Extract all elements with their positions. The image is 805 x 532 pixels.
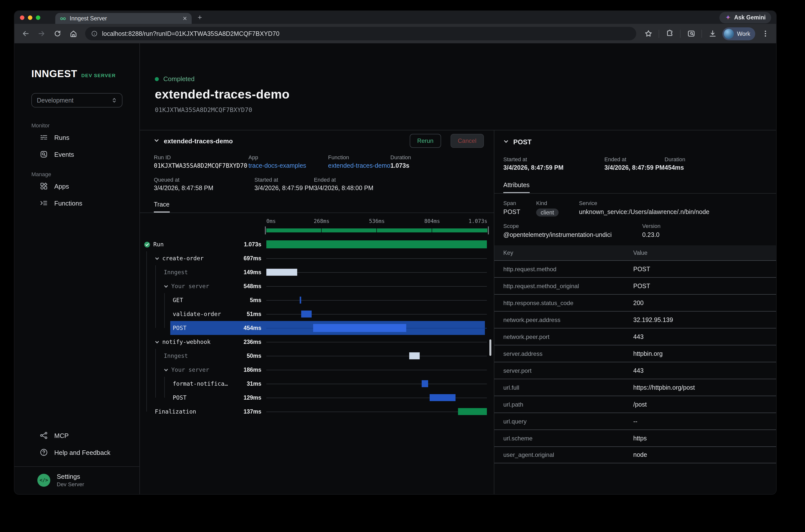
trace-row-icon[interactable] [164, 367, 168, 372]
new-tab-button[interactable]: + [198, 13, 202, 21]
table-row[interactable]: http.response.status_code 200 [494, 294, 776, 311]
sidebar-item[interactable]: Runs [15, 129, 139, 145]
url-text[interactable]: localhost:8288/run?runID=01KJXTWA35SA8D2… [102, 30, 280, 37]
table-row[interactable]: url.query -- [494, 413, 776, 430]
attribute-value: httpbin.org [633, 350, 662, 357]
site-info-icon [91, 30, 98, 37]
sidebar-item[interactable]: MCP [15, 428, 139, 443]
table-row[interactable]: user_agent.original node [494, 446, 776, 463]
back-icon[interactable] [18, 26, 32, 41]
sidebar-item[interactable]: Functions [15, 195, 139, 211]
table-row[interactable]: server.address httpbin.org [494, 345, 776, 362]
attribute-key: network.peer.address [494, 316, 633, 323]
trace-row[interactable]: Run 1.073s [140, 238, 494, 251]
home-icon[interactable] [66, 26, 80, 41]
downloads-icon[interactable] [706, 26, 719, 41]
address-bar[interactable]: localhost:8288/run?runID=01KJXTWA35SA8D2… [85, 27, 636, 40]
span-title: POST [513, 138, 532, 146]
meta-value: extended-traces-demo [328, 162, 390, 169]
page-title: extended-traces-demo [155, 87, 776, 101]
tab-attributes[interactable]: Attributes [503, 182, 530, 193]
table-row[interactable]: http.request.method POST [494, 260, 776, 277]
trace-span-duration: 149ms [243, 269, 266, 275]
tab-close-icon[interactable]: ✕ [183, 16, 187, 21]
trace-span-bar[interactable] [266, 240, 487, 248]
trace-span-bar[interactable] [300, 297, 301, 304]
trace-row-label: format-notifica… 31ms [140, 380, 266, 387]
code-icon: </> [37, 474, 50, 487]
sidebar-item[interactable]: Help and Feedback [15, 444, 139, 460]
trace-row[interactable]: Inngest 149ms [140, 265, 494, 279]
trace-span-bar[interactable] [430, 394, 456, 401]
profile-chip[interactable]: Work [723, 27, 755, 40]
meta-value: 3/4/2026, 8:47:59 PM [604, 164, 664, 171]
attr-label: Kind [536, 200, 579, 206]
close-window-icon[interactable] [20, 15, 24, 20]
trace-row-icon[interactable] [164, 284, 168, 288]
trace-row-icon[interactable] [155, 340, 159, 344]
status-dot-icon [155, 77, 159, 81]
trace-row[interactable]: validate-order 51ms [140, 307, 494, 321]
sidebar-item[interactable]: Events [15, 146, 139, 162]
sidebar-item-label: Functions [54, 199, 82, 207]
cancel-button[interactable]: Cancel [450, 134, 484, 148]
browser-menu-icon[interactable] [758, 26, 772, 41]
trace-minimap[interactable] [266, 228, 487, 232]
sidebar-item[interactable]: Apps [15, 178, 139, 194]
trace-row[interactable]: notify-webhook 236ms [140, 335, 494, 349]
maximize-window-icon[interactable] [36, 15, 40, 20]
trace-row[interactable]: GET 5ms [140, 293, 494, 307]
attr-label: Scope [503, 223, 642, 229]
minimize-window-icon[interactable] [28, 15, 32, 20]
trace-span-bar[interactable] [458, 408, 487, 415]
meta-cell: Run ID 01KJXTWA35SA8D2MCQF7BXYD70 [154, 154, 248, 169]
meta-label: Run ID [154, 154, 248, 160]
trace-row-icon[interactable] [144, 241, 150, 248]
environment-select-value: Development [37, 97, 112, 104]
table-row[interactable]: url.path /post [494, 396, 776, 413]
table-row[interactable]: network.peer.address 32.192.95.139 [494, 311, 776, 328]
trace-span-bar[interactable] [313, 324, 407, 332]
trace-row[interactable]: Your server 548ms [140, 279, 494, 293]
ask-gemini-button[interactable]: Ask Gemini [719, 12, 771, 23]
trace-row[interactable]: create-order 697ms [140, 251, 494, 265]
trace-span-bar[interactable] [422, 380, 428, 387]
trace-row[interactable]: POST 454ms [140, 321, 494, 335]
trace-row[interactable]: Inngest 50ms [140, 349, 494, 363]
table-row[interactable]: server.port 443 [494, 362, 776, 379]
run-header: Completed extended-traces-demo 01KJXTWA3… [140, 43, 776, 130]
window-controls[interactable] [20, 15, 40, 20]
bookmark-star-icon[interactable] [641, 26, 655, 41]
trace-span-bar[interactable] [301, 310, 312, 318]
browser-tab[interactable]: Inngest Server ✕ [55, 13, 192, 24]
scrollbar-thumb[interactable] [489, 339, 491, 356]
trace-span-name: validate-order [173, 310, 221, 318]
environment-select[interactable]: Development [31, 93, 123, 108]
trace-rows: Run 1.073s [140, 238, 494, 419]
trace-row-icon[interactable] [155, 256, 159, 261]
table-row[interactable]: url.scheme https [494, 430, 776, 446]
tab-trace[interactable]: Trace [154, 201, 169, 212]
collapse-chevron-icon[interactable] [503, 137, 509, 146]
trace-row[interactable]: format-notifica… 31ms [140, 377, 494, 391]
collapse-chevron-icon[interactable] [154, 136, 159, 145]
dev-server-badge: DEV SERVER [81, 73, 116, 78]
meta-label: Ended at [314, 177, 373, 183]
forward-icon[interactable] [34, 26, 48, 41]
settings-item[interactable]: </> Settings Dev Server [15, 466, 139, 494]
trace-span-bar[interactable] [266, 269, 297, 276]
trace-row[interactable]: Finalization 137ms [140, 405, 494, 419]
search-tabs-icon[interactable] [684, 26, 698, 41]
trace-row[interactable]: POST 129ms [140, 391, 494, 405]
table-row[interactable]: http.request.method_original POST [494, 277, 776, 294]
table-row[interactable]: network.peer.port 443 [494, 328, 776, 345]
table-row[interactable]: url.full https://httpbin.org/post [494, 379, 776, 396]
rerun-button[interactable]: Rerun [410, 134, 441, 148]
trace-span-bar[interactable] [409, 352, 420, 359]
extensions-icon[interactable] [663, 26, 677, 41]
sidebar-item-icon [40, 449, 48, 456]
browser-tab-strip: Inngest Server ✕ + Ask Gemini [15, 11, 776, 24]
reload-icon[interactable] [50, 26, 64, 41]
meta-label: Ended at [604, 156, 664, 162]
trace-row[interactable]: Your server 186ms [140, 363, 494, 377]
